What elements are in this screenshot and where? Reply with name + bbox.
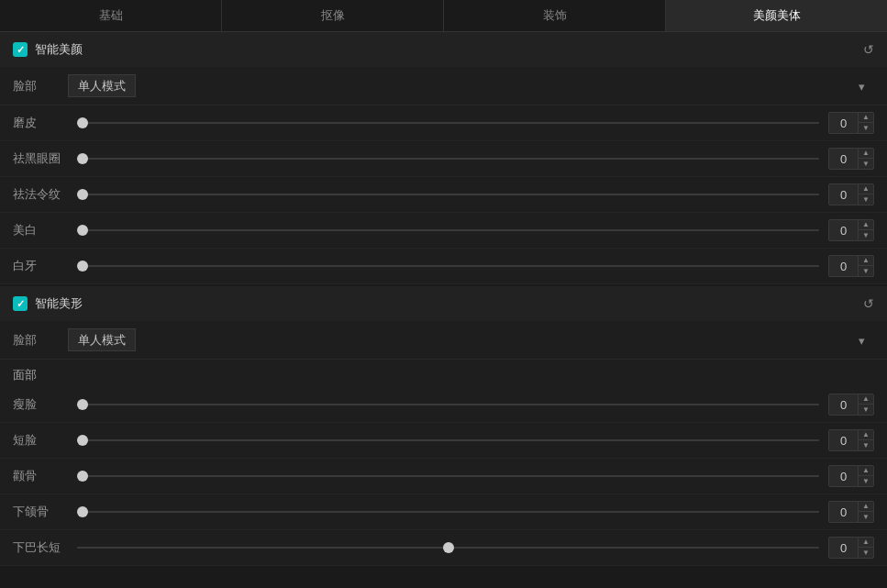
slider-xiachangduan: 下巴长短 0 ▲ ▼ bbox=[0, 530, 887, 566]
slider-meibai-track bbox=[77, 229, 819, 231]
slider-duanlian-up[interactable]: ▲ bbox=[859, 430, 873, 440]
slider-duanlian-value: 0 bbox=[829, 431, 858, 450]
tab-basic[interactable]: 基础 bbox=[0, 0, 222, 31]
slider-baiya-value: 0 bbox=[829, 257, 858, 276]
slider-shoumian-value: 0 bbox=[829, 395, 858, 415]
top-tab-bar: 基础 抠像 装饰 美颜美体 bbox=[0, 0, 887, 32]
slider-xiagegu-track-wrapper[interactable] bbox=[77, 503, 819, 521]
slider-xiagegu-up[interactable]: ▲ bbox=[859, 502, 873, 512]
slider-egugu-value: 0 bbox=[829, 467, 858, 486]
slider-xiagegu-label: 下颌骨 bbox=[13, 504, 68, 520]
slider-mopi-label: 磨皮 bbox=[13, 115, 68, 131]
beauty-body-mode-select[interactable]: 单人模式 bbox=[68, 328, 136, 351]
slider-zhiheimeidai-arrows: ▲ ▼ bbox=[858, 149, 873, 169]
slider-xiagegu-value-box: 0 ▲ ▼ bbox=[828, 501, 874, 523]
slider-egugu-track bbox=[77, 475, 819, 477]
slider-duanlian-value-box: 0 ▲ ▼ bbox=[828, 429, 874, 451]
slider-xiagegu-track bbox=[77, 511, 819, 513]
slider-egugu-arrows: ▲ ▼ bbox=[858, 466, 873, 486]
slider-zhiheimeidai-up[interactable]: ▲ bbox=[859, 149, 873, 159]
slider-xiachangduan-label: 下巴长短 bbox=[13, 539, 68, 556]
slider-falingling-thumb[interactable] bbox=[77, 189, 88, 200]
slider-falingling-down[interactable]: ▼ bbox=[859, 194, 873, 205]
slider-meibai-arrows: ▲ ▼ bbox=[858, 220, 873, 240]
slider-baiya: 白牙 0 ▲ ▼ bbox=[0, 249, 887, 284]
slider-mopi-track-wrapper[interactable] bbox=[77, 114, 819, 132]
slider-duanlian-track bbox=[77, 439, 819, 441]
slider-shoumian-down[interactable]: ▼ bbox=[859, 405, 873, 415]
slider-falingling-up[interactable]: ▲ bbox=[859, 184, 873, 194]
slider-duanlian-arrows: ▲ ▼ bbox=[858, 430, 873, 450]
slider-duanlian-label: 短脸 bbox=[13, 432, 68, 449]
beauty-body-title: 智能美形 bbox=[35, 295, 83, 312]
beauty-body-section: 智能美形 ↺ 脸部 单人模式 面部 瘦脸 0 bbox=[0, 286, 887, 566]
slider-zhiheimeidai-track bbox=[77, 158, 819, 160]
slider-xiachangduan-arrows: ▲ ▼ bbox=[858, 538, 873, 558]
slider-meibai-thumb[interactable] bbox=[77, 225, 88, 236]
slider-meibai-label: 美白 bbox=[13, 222, 68, 239]
tab-portrait[interactable]: 抠像 bbox=[222, 0, 444, 31]
slider-xiachangduan-value: 0 bbox=[829, 538, 858, 558]
slider-baiya-arrows: ▲ ▼ bbox=[858, 256, 873, 276]
slider-duanlian: 短脸 0 ▲ ▼ bbox=[0, 423, 887, 459]
beauty-body-header: 智能美形 ↺ bbox=[0, 286, 887, 321]
slider-baiya-thumb[interactable] bbox=[77, 261, 88, 272]
slider-mopi-up[interactable]: ▲ bbox=[859, 113, 873, 123]
slider-duanlian-down[interactable]: ▼ bbox=[859, 440, 873, 450]
beauty-face-title: 智能美颜 bbox=[35, 41, 83, 58]
slider-xiachangduan-track-wrapper[interactable] bbox=[77, 538, 819, 557]
beauty-body-reset-icon[interactable]: ↺ bbox=[863, 296, 874, 311]
beauty-body-checkbox[interactable] bbox=[13, 296, 28, 311]
beauty-face-section: 智能美颜 ↺ 脸部 单人模式 磨皮 0 ▲ bbox=[0, 32, 887, 284]
slider-meibai-down[interactable]: ▼ bbox=[859, 230, 873, 240]
slider-egugu-thumb[interactable] bbox=[77, 471, 88, 482]
slider-meibai-up[interactable]: ▲ bbox=[859, 220, 873, 230]
beauty-face-header: 智能美颜 ↺ bbox=[0, 32, 887, 67]
beauty-face-mode-select[interactable]: 单人模式 bbox=[68, 74, 136, 97]
beauty-face-checkbox[interactable] bbox=[13, 42, 28, 57]
slider-shoumian-track-wrapper[interactable] bbox=[77, 395, 819, 414]
slider-xiagegu-value: 0 bbox=[829, 503, 858, 522]
slider-baiya-track-wrapper[interactable] bbox=[77, 257, 819, 275]
slider-falingling-track bbox=[77, 194, 819, 195]
slider-zhiheimeidai-value: 0 bbox=[829, 150, 858, 169]
slider-falingling-arrows: ▲ ▼ bbox=[858, 184, 873, 205]
slider-xiachangduan-up[interactable]: ▲ bbox=[859, 538, 873, 548]
slider-meibai: 美白 0 ▲ ▼ bbox=[0, 213, 887, 249]
slider-xiachangduan-thumb[interactable] bbox=[443, 542, 454, 553]
slider-egugu-track-wrapper[interactable] bbox=[77, 467, 819, 485]
slider-egugu-up[interactable]: ▲ bbox=[859, 466, 873, 476]
slider-mopi-thumb[interactable] bbox=[77, 117, 88, 128]
slider-zhiheimeidai-thumb[interactable] bbox=[77, 153, 88, 164]
beauty-face-mode-wrapper: 单人模式 bbox=[68, 74, 874, 97]
slider-xiagegu-thumb[interactable] bbox=[77, 506, 88, 517]
slider-egugu-label: 颧骨 bbox=[13, 468, 68, 484]
beauty-face-header-left: 智能美颜 bbox=[13, 41, 83, 58]
slider-meibai-track-wrapper[interactable] bbox=[77, 221, 819, 239]
slider-shoumian-thumb[interactable] bbox=[77, 399, 88, 410]
slider-baiya-down[interactable]: ▼ bbox=[859, 266, 873, 276]
slider-zhiheimeidai-track-wrapper[interactable] bbox=[77, 150, 819, 168]
slider-baiya-up[interactable]: ▲ bbox=[859, 256, 873, 266]
slider-duanlian-thumb[interactable] bbox=[77, 435, 88, 446]
slider-shoumian-arrows: ▲ ▼ bbox=[858, 394, 873, 415]
slider-xiagegu-down[interactable]: ▼ bbox=[859, 512, 873, 522]
slider-falingling: 祛法令纹 0 ▲ ▼ bbox=[0, 177, 887, 213]
slider-xiachangduan-value-box: 0 ▲ ▼ bbox=[828, 537, 874, 559]
slider-mopi-down[interactable]: ▼ bbox=[859, 123, 873, 133]
slider-shoumian-track bbox=[77, 404, 819, 405]
beauty-face-reset-icon[interactable]: ↺ bbox=[863, 42, 874, 57]
body-sub-section-label: 面部 bbox=[0, 360, 887, 387]
slider-mopi-value: 0 bbox=[829, 114, 858, 133]
slider-zhiheimeidai-down[interactable]: ▼ bbox=[859, 159, 873, 169]
beauty-face-mode-label: 脸部 bbox=[13, 78, 68, 94]
slider-shoumian-up[interactable]: ▲ bbox=[859, 394, 873, 405]
slider-mopi-value-box: 0 ▲ ▼ bbox=[828, 112, 874, 134]
slider-falingling-track-wrapper[interactable] bbox=[77, 185, 819, 204]
beauty-body-header-left: 智能美形 bbox=[13, 295, 83, 312]
tab-beauty[interactable]: 美颜美体 bbox=[666, 0, 887, 31]
tab-decoration[interactable]: 装饰 bbox=[444, 0, 666, 31]
slider-egugu-down[interactable]: ▼ bbox=[859, 476, 873, 486]
slider-duanlian-track-wrapper[interactable] bbox=[77, 431, 819, 449]
slider-xiachangduan-down[interactable]: ▼ bbox=[859, 548, 873, 558]
